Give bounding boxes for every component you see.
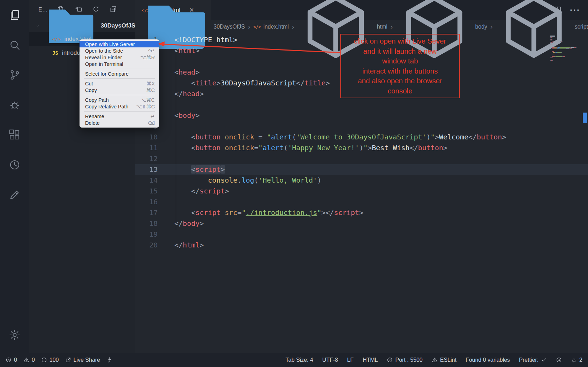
status-bar-left: 00100Live Share (6, 357, 112, 363)
code-line-text: <button onclick="alert('Happy New Year!'… (158, 143, 447, 153)
status-run-code[interactable] (106, 357, 112, 363)
status-language-mode[interactable]: HTML (363, 357, 378, 363)
breadcrumb-label: body (475, 24, 487, 30)
status-label: Tab Size: 4 (286, 357, 313, 363)
source-control-icon (9, 69, 21, 81)
menu-item-reveal-in-finder[interactable]: Reveal in Finder⌥⌘R (80, 54, 159, 61)
code-line: 7 (135, 99, 588, 110)
code-line: 16 (135, 197, 588, 207)
minimap-line (550, 48, 582, 49)
tree-root-label: 30DaysOfJS (101, 22, 135, 29)
status-eslint[interactable]: ESLint (432, 357, 457, 363)
menu-item-label: Delete (85, 120, 141, 126)
code-icon: </> (52, 37, 60, 42)
status-tab-size[interactable]: Tab Size: 4 (286, 357, 313, 363)
menu-separator (84, 69, 155, 69)
bolt-icon (106, 357, 112, 363)
collapse-all-button[interactable] (110, 6, 117, 14)
status-warnings[interactable]: 0 (23, 357, 35, 363)
history-icon (9, 159, 21, 171)
minimap-line (550, 60, 582, 61)
menu-item-shortcut: ↵ (151, 114, 155, 119)
menu-item-open-with-live-server[interactable]: Open with Live Server (80, 41, 159, 47)
status-label: LF (347, 357, 354, 363)
activity-item-source-control[interactable] (0, 60, 29, 90)
code-line: 8<body> (135, 110, 588, 121)
code-line-text: <script src="./introduction.js"></script… (158, 207, 363, 218)
code-line-text (158, 99, 174, 110)
menu-item-label: Open with Live Server (85, 41, 155, 47)
indent-guide (176, 48, 176, 230)
minimap-line (550, 56, 582, 57)
minimap-line (550, 58, 582, 59)
status-live-server-port[interactable]: Port : 5500 (387, 357, 422, 363)
menu-item-label: Rename (85, 114, 144, 119)
activity-item-run-debug[interactable] (0, 90, 29, 120)
activity-item-extensions[interactable] (0, 120, 29, 150)
tree-item-30daysofjs[interactable]: 30DaysOfJS (29, 20, 135, 32)
menu-item-copy-relative-path[interactable]: Copy Relative Path⌥⇧⌘C (80, 103, 159, 110)
settings-icon (9, 329, 21, 341)
code-line-text: <head> (158, 67, 199, 78)
search-icon (9, 39, 21, 51)
error-icon (6, 357, 12, 363)
menu-item-rename[interactable]: Rename↵ (80, 113, 159, 120)
status-errors[interactable]: 0 (6, 357, 17, 363)
menu-item-label: Cut (85, 81, 140, 86)
breadcrumb-label: index.html (263, 24, 289, 30)
menu-item-shortcut: ⌘C (146, 87, 155, 93)
menu-item-copy[interactable]: Copy⌘C (80, 87, 159, 93)
status-encoding[interactable]: UTF-8 (322, 357, 338, 363)
annotation-line: click on open with Live Sever (342, 36, 458, 46)
menu-item-delete[interactable]: Delete⌫ (80, 120, 159, 126)
status-variables-found[interactable]: Found 0 variables (466, 357, 510, 363)
line-number: 16 (135, 197, 158, 207)
activity-item-feedback[interactable] (0, 180, 29, 210)
activity-item-search[interactable] (0, 30, 29, 60)
status-eol[interactable]: LF (347, 357, 354, 363)
annotation-line: window tab (342, 56, 458, 66)
status-label: 2 (579, 357, 582, 363)
menu-item-open-in-terminal[interactable]: Open in Terminal (80, 61, 159, 67)
menu-separator (84, 95, 155, 95)
code-line-text (158, 56, 174, 67)
menu-item-shortcut: ⌥⌘R (140, 55, 155, 60)
line-number: 19 (135, 229, 158, 240)
menu-separator (84, 111, 155, 112)
activity-item-settings[interactable] (0, 320, 29, 350)
breadcrumb-item-index-html[interactable]: </>index.html (253, 24, 289, 30)
menu-item-open-to-the-side[interactable]: Open to the Side^↵ (80, 47, 159, 54)
status-live-share[interactable]: Live Share (65, 357, 100, 363)
minimap-line (550, 54, 582, 55)
code-line-text: <title>30DaysOfJavaScript</title> (158, 78, 330, 89)
line-number: 20 (135, 240, 158, 251)
status-notifications[interactable]: 2 (571, 357, 582, 363)
chevron-icon (36, 23, 39, 29)
minimap[interactable] (550, 36, 582, 61)
code-line: 9 (135, 121, 588, 132)
code-icon: </> (253, 24, 261, 29)
activity-bar-bottom (0, 320, 29, 350)
line-number: 15 (135, 186, 158, 197)
status-label: Port : 5500 (395, 357, 422, 363)
status-feedback-smiley[interactable] (556, 357, 562, 363)
menu-item-label: Copy Path (85, 97, 134, 103)
activity-item-explorer[interactable] (0, 0, 29, 30)
chevron-right-icon: › (248, 23, 250, 31)
chevron-right-icon: › (292, 23, 294, 31)
menu-item-shortcut: ⌫ (148, 120, 155, 126)
menu-item-select-for-compare[interactable]: Select for Compare (80, 70, 159, 77)
menu-item-cut[interactable]: Cut⌘X (80, 80, 159, 87)
status-label: 0 (14, 357, 17, 363)
feedback-icon (9, 189, 21, 201)
status-info-count[interactable]: 100 (41, 357, 59, 363)
status-prettier[interactable]: Prettier: (519, 357, 547, 363)
overview-ruler-marker (583, 113, 587, 123)
bell-icon (571, 357, 577, 363)
status-label: Live Share (74, 357, 100, 363)
code-line: 17 <script src="./introduction.js"></scr… (135, 207, 588, 218)
activity-bar (0, 0, 29, 353)
activity-item-timeline[interactable] (0, 150, 29, 180)
menu-item-copy-path[interactable]: Copy Path⌥⌘C (80, 97, 159, 103)
minimap-line (550, 39, 582, 40)
